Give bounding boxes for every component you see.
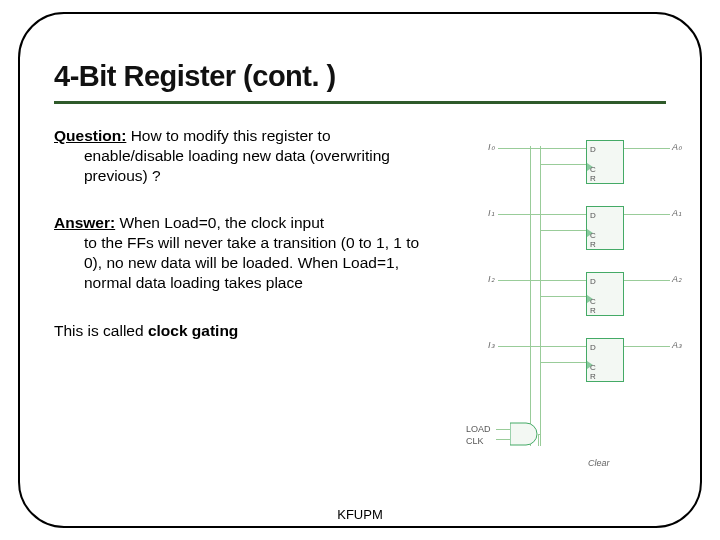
wire bbox=[624, 346, 670, 347]
wire bbox=[540, 230, 586, 231]
ff-r-label: R bbox=[590, 372, 596, 381]
wire bbox=[538, 434, 539, 446]
answer-label: Answer: bbox=[54, 214, 115, 231]
ff-d-label: D bbox=[590, 277, 596, 286]
input-label: I₀ bbox=[488, 142, 495, 152]
gate-input-label: LOAD bbox=[466, 424, 491, 434]
question-first-line: How to modify this register to bbox=[126, 127, 330, 144]
flip-flop: D C R bbox=[586, 206, 624, 250]
ff-r-label: R bbox=[590, 306, 596, 315]
ff-c-label: C bbox=[590, 231, 596, 240]
input-label: I₂ bbox=[488, 274, 495, 284]
closing-line: This is called clock gating bbox=[54, 321, 434, 341]
wire bbox=[498, 346, 586, 347]
wire bbox=[496, 429, 510, 430]
ff-d-label: D bbox=[590, 145, 596, 154]
question-block: Question: How to modify this register to… bbox=[54, 126, 434, 185]
wire bbox=[540, 362, 586, 363]
ff-c-label: C bbox=[590, 165, 596, 174]
ff-r-label: R bbox=[590, 240, 596, 249]
question-rest: enable/disable loading new data (overwri… bbox=[54, 146, 434, 186]
wire bbox=[624, 148, 670, 149]
gate-input-label: CLK bbox=[466, 436, 484, 446]
wire bbox=[540, 164, 586, 165]
clear-label: Clear bbox=[588, 458, 610, 468]
wire bbox=[496, 439, 510, 440]
register-diagram: I₀ D C R A₀ I₁ D C R A₁ I₂ D C R A₂ I₃ D… bbox=[488, 136, 692, 476]
closing-term: clock gating bbox=[148, 322, 238, 339]
ff-c-label: C bbox=[590, 297, 596, 306]
output-label: A₁ bbox=[672, 208, 682, 218]
output-label: A₃ bbox=[672, 340, 682, 350]
wire bbox=[498, 280, 586, 281]
wire bbox=[498, 148, 586, 149]
body-text: Question: How to modify this register to… bbox=[54, 126, 434, 341]
flip-flop: D C R bbox=[586, 272, 624, 316]
output-label: A₀ bbox=[672, 142, 682, 152]
title-rule bbox=[54, 101, 666, 104]
answer-block: Answer: When Load=0, the clock input to … bbox=[54, 213, 434, 292]
wire bbox=[538, 434, 541, 435]
ff-r-label: R bbox=[590, 174, 596, 183]
ff-d-label: D bbox=[590, 211, 596, 220]
input-label: I₁ bbox=[488, 208, 495, 218]
slide-title: 4-Bit Register (cont. ) bbox=[54, 60, 666, 93]
answer-first-line: When Load=0, the clock input bbox=[115, 214, 324, 231]
wire bbox=[624, 280, 670, 281]
wire bbox=[624, 214, 670, 215]
wire bbox=[498, 214, 586, 215]
bus-line bbox=[530, 146, 531, 446]
closing-prefix: This is called bbox=[54, 322, 148, 339]
input-label: I₃ bbox=[488, 340, 495, 350]
flip-flop: D C R bbox=[586, 140, 624, 184]
answer-rest: to the FFs will never take a transition … bbox=[54, 233, 434, 292]
wire bbox=[540, 296, 586, 297]
ff-d-label: D bbox=[590, 343, 596, 352]
ff-c-label: C bbox=[590, 363, 596, 372]
flip-flop: D C R bbox=[586, 338, 624, 382]
question-label: Question: bbox=[54, 127, 126, 144]
footer-text: KFUPM bbox=[0, 507, 720, 522]
output-label: A₂ bbox=[672, 274, 682, 284]
